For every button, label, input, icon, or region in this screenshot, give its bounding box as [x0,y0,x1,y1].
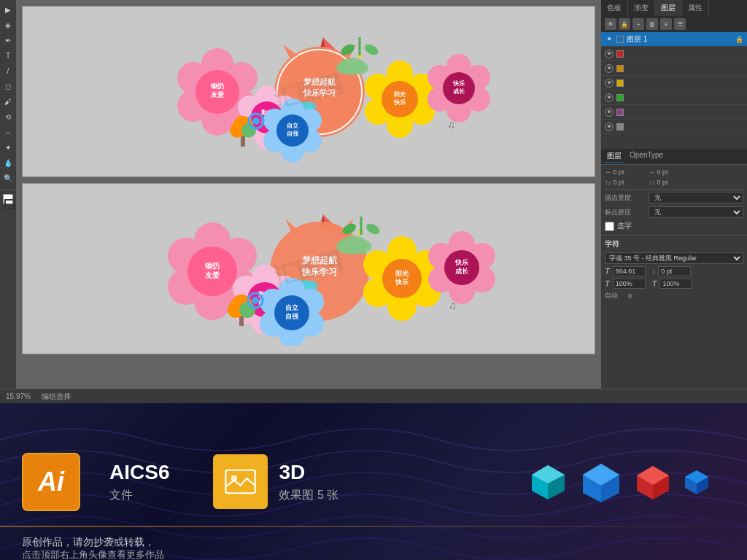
select-checkbox[interactable] [605,222,614,231]
layer-color-7 [616,123,624,131]
svg-point-135 [252,297,259,304]
panel-icon-2[interactable]: 🔒 [619,18,630,30]
sub-tab-opentype[interactable]: OpenType [627,150,665,163]
prop-stroke-val: ↔ 0 pt [649,168,668,176]
layer-color-1 [616,36,624,43]
layer-item-4[interactable]: 👁 [601,76,747,90]
stroke-width-label: 描边宽度 [605,193,645,203]
design-svg-bottom: 梦想起航 快乐学习 锄扔 友爱 [97,192,520,346]
layer-item-1[interactable]: 👁 图层 1 🔒 [601,32,747,47]
prop-row-2: ↑↓ 0 pt ↑↓ 0 pt [605,179,743,186]
prop-stroke-label: ↔ 0 pt [605,168,645,176]
layer-eye-1[interactable]: 👁 [605,35,614,44]
scale-label: ↕ [652,268,656,275]
char-font-row: 字魂 35 号 - 经典雅黑 Regular [605,252,743,264]
layer-item-3[interactable]: 👁 [601,61,747,76]
blue-cube [579,460,623,504]
status-mode: 编组选择 [42,392,71,402]
paintbrush-tool[interactable]: 🖌 [1,95,15,108]
layer-item-7[interactable]: 👁 [601,120,747,134]
tab-properties[interactable]: 属性 [682,0,709,16]
prop-row-stroke-width: 描边宽度 无 [605,192,743,203]
svg-point-133 [239,302,255,318]
panel-icons-row: 👁 🔒 + 🗑 ≡ ☰ [601,16,747,32]
prop-label-2: ↑↓ 0 pt [605,179,645,186]
selection-tool[interactable]: ▶ [1,3,15,16]
svg-text:快乐: 快乐 [454,259,468,266]
prop-val-2: ↑↓ 0 pt [649,179,668,186]
layer-item-6[interactable]: 👁 [601,105,747,120]
zoom-tool[interactable]: 🔍 [1,171,15,184]
layer-item-2[interactable]: 👁 [601,47,747,61]
char-extra-row: 自动 0 [605,291,743,300]
svg-text:快乐: 快乐 [393,98,406,106]
sub-tab-layers[interactable]: 图层 [605,150,624,163]
font-size-input[interactable] [613,266,646,276]
layer-eye-2[interactable]: 👁 [605,50,614,58]
svg-text:友爱: 友爱 [210,91,224,98]
anchor-dropdown[interactable]: 无 [649,206,743,218]
svg-text:快乐: 快乐 [452,79,465,87]
bottom-panel: Ai AICS6 文件 3D [0,403,747,560]
panel-icon-4[interactable]: 🗑 [646,18,658,30]
design-svg-top: 梦想起航 快乐学习 锄扔 [97,15,520,168]
scale-v-input[interactable] [659,279,692,289]
document-top: 梦想起航 快乐学习 锄扔 [22,6,595,177]
pen-tool[interactable]: ✒ [1,34,15,47]
scale-tool[interactable]: ↔ [1,125,15,139]
tab-gradient[interactable]: 渐变 [628,0,655,16]
svg-point-129 [365,221,382,236]
svg-text:快乐: 快乐 [395,279,409,286]
layer-item-5[interactable]: 👁 [601,90,747,105]
layer-eye-5[interactable]: 👁 [605,93,614,102]
stroke-width-dropdown[interactable]: 无 [649,192,743,203]
type-tool[interactable]: T [1,49,15,62]
rotate-tool[interactable]: ⟲ [1,110,15,123]
properties-section: ↔ 0 pt ↔ 0 pt ↑↓ 0 pt ↑↓ 0 pt 描边宽度 无 标点挤… [601,164,747,235]
layer-eye-6[interactable]: 👁 [605,108,614,117]
svg-text:自立: 自立 [285,303,299,311]
threed-title: 3D [279,461,338,484]
char-size-row: T ↕ [605,266,743,276]
layer-color-2 [616,50,624,58]
layer-eye-4[interactable]: 👁 [605,79,614,88]
svg-text:阳光: 阳光 [394,91,406,98]
layer-eye-7[interactable]: 👁 [605,122,614,131]
panel-icon-6[interactable]: ☰ [674,18,686,30]
svg-text:快乐学习: 快乐学习 [303,88,336,97]
svg-text:快乐学习: 快乐学习 [301,267,337,277]
panel-icon-1[interactable]: 👁 [605,18,616,30]
font-select[interactable]: 字魂 35 号 - 经典雅黑 Regular [605,252,743,264]
panel-icon-5[interactable]: ≡ [660,18,672,30]
threed-subtitle: 效果图 5 张 [279,488,338,503]
tracking-label: 0 [628,292,632,300]
svg-text:成长: 成长 [454,268,469,275]
svg-text:♫: ♫ [449,299,457,311]
panel-icon-3[interactable]: + [632,18,644,30]
red-cube [634,463,672,501]
line-tool[interactable]: / [1,64,15,77]
direct-selection-tool[interactable]: ◈ [1,18,15,31]
svg-point-66 [252,117,260,125]
svg-text:梦想起航: 梦想起航 [303,77,336,86]
tab-swatches[interactable]: 色板 [601,0,628,16]
dark-blue-cube [683,468,711,496]
tab-layers[interactable]: 图层 [655,0,682,16]
leading-input[interactable] [658,266,691,276]
eyedropper-tool[interactable]: 💧 [1,156,15,169]
svg-text:自强: 自强 [285,313,299,320]
panel-tab-bar: 色板 渐变 图层 属性 [601,0,747,16]
character-section: 字符 字魂 35 号 - 经典雅黑 Regular T ↕ T T [601,235,747,304]
svg-text:锄扔: 锄扔 [210,82,224,90]
ai-icon: Ai [22,453,80,511]
stroke-swatch[interactable] [4,199,15,209]
blend-tool[interactable]: ✦ [1,141,15,154]
svg-point-70 [351,61,368,74]
app-container: ▶ ◈ ✒ T / ◻ 🖌 ⟲ ↔ ✦ 💧 🔍 [0,0,747,560]
scale-h-input[interactable] [613,279,646,289]
layer-color-6 [616,109,624,116]
svg-point-139 [352,239,371,254]
ai-title: AICS6 [109,461,169,484]
rect-tool[interactable]: ◻ [1,79,15,93]
layer-eye-3[interactable]: 👁 [605,64,614,73]
